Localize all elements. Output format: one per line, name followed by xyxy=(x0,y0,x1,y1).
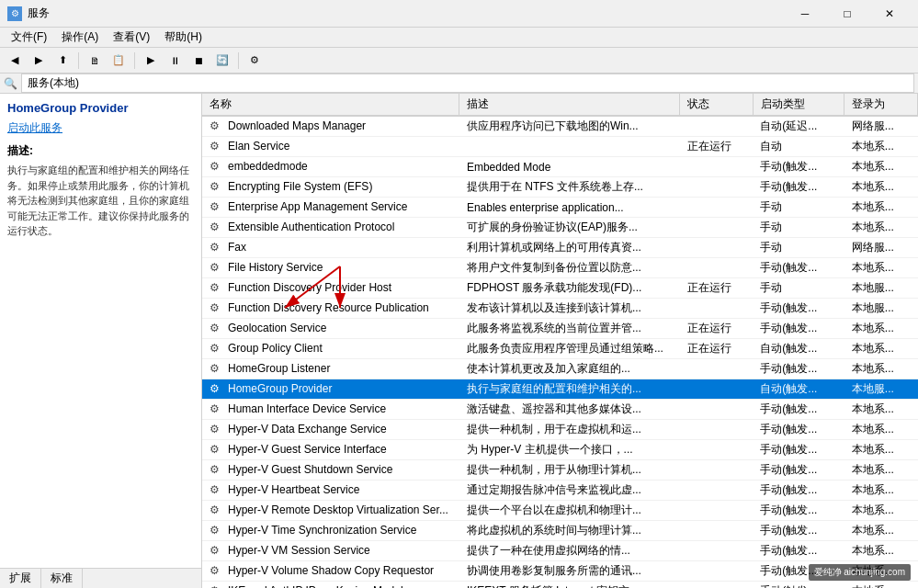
toolbar-refresh[interactable]: 🔄 xyxy=(211,51,233,71)
service-icon: ⚙ xyxy=(210,241,224,255)
table-row[interactable]: ⚙Function Discovery Provider HostFDPHOST… xyxy=(202,278,918,299)
tab-standard[interactable]: 标准 xyxy=(41,569,83,588)
panel-tabs: 扩展 标准 xyxy=(0,568,202,588)
col-status[interactable]: 状态 xyxy=(680,94,754,116)
table-row[interactable]: ⚙Hyper-V Remote Desktop Virtualization S… xyxy=(202,501,918,521)
table-row[interactable]: ⚙HomeGroup Provider执行与家庭组的配置和维护相关的...自动(… xyxy=(202,379,918,400)
service-desc-cell: 此服务将监视系统的当前位置并管... xyxy=(459,319,680,339)
service-startup-cell: 手动(触发... xyxy=(753,481,844,501)
table-row[interactable]: ⚙Function Discovery Resource Publication… xyxy=(202,299,918,319)
toolbar-properties[interactable]: ⚙ xyxy=(244,51,266,71)
table-row[interactable]: ⚙Hyper-V Data Exchange Service提供一种机制，用于在… xyxy=(202,420,918,440)
service-desc-cell: 可扩展的身份验证协议(EAP)服务... xyxy=(459,218,680,238)
service-icon: ⚙ xyxy=(210,342,224,356)
service-name-cell: ⚙Hyper-V Volume Shadow Copy Requestor xyxy=(202,561,459,582)
service-login-cell: 本地系... xyxy=(844,501,918,521)
table-header: 名称 描述 状态 启动类型 登录为 xyxy=(202,94,918,116)
close-button[interactable]: ✕ xyxy=(868,0,911,28)
service-desc-cell: Enables enterprise application... xyxy=(459,198,680,218)
toolbar-back[interactable]: ◀ xyxy=(4,51,26,71)
menu-action[interactable]: 操作(A) xyxy=(54,28,106,47)
table-row[interactable]: ⚙Hyper-V Heartbeat Service通过定期报告脉冲信号来监视此… xyxy=(202,481,918,501)
service-name-cell: ⚙Hyper-V Remote Desktop Virtualization S… xyxy=(202,501,459,521)
service-login-cell: 本地系... xyxy=(844,339,918,359)
table-row[interactable]: ⚙embeddedmodeEmbedded Mode手动(触发...本地系... xyxy=(202,157,918,177)
service-login-cell: 网络服... xyxy=(844,116,918,137)
service-status-cell xyxy=(680,561,754,582)
service-startup-cell: 手动(触发... xyxy=(753,460,844,481)
toolbar-stop[interactable]: ⏹ xyxy=(187,51,210,71)
table-row[interactable]: ⚙Hyper-V Guest Service Interface为 Hyper-… xyxy=(202,440,918,460)
menu-view[interactable]: 查看(V) xyxy=(106,28,157,47)
service-name-cell: ⚙HomeGroup Listener xyxy=(202,359,459,379)
table-row[interactable]: ⚙HomeGroup Listener使本计算机更改及加入家庭组的...手动(触… xyxy=(202,359,918,379)
table-row[interactable]: ⚙Downloaded Maps Manager供应用程序访问已下载地图的Win… xyxy=(202,116,918,137)
menu-help[interactable]: 帮助(H) xyxy=(157,28,210,47)
service-icon: ⚙ xyxy=(210,483,224,498)
service-startup-cell: 手动(触发... xyxy=(753,299,844,319)
service-startup-cell: 手动 xyxy=(753,238,844,258)
service-name-cell: ⚙Hyper-V Time Synchronization Service xyxy=(202,521,459,541)
table-row[interactable]: ⚙File History Service将用户文件复制到备份位置以防意...手… xyxy=(202,258,918,278)
service-startup-cell: 手动(触发... xyxy=(753,541,844,561)
toolbar-show-hide[interactable]: 🗎 xyxy=(84,51,106,71)
service-status-cell xyxy=(680,177,754,198)
minimize-button[interactable]: ─ xyxy=(784,0,826,28)
service-desc-cell: 激活键盘、遥控器和其他多媒体设... xyxy=(459,400,680,420)
service-icon: ⚙ xyxy=(210,463,224,478)
service-startup-cell: 手动 xyxy=(753,198,844,218)
service-status-cell: 正在运行 xyxy=(680,339,754,359)
service-icon: ⚙ xyxy=(210,443,224,458)
description-label: 描述: xyxy=(7,143,194,159)
col-startup[interactable]: 启动类型 xyxy=(753,94,844,116)
menu-bar: 文件(F) 操作(A) 查看(V) 帮助(H) xyxy=(0,28,918,48)
toolbar-separator-2 xyxy=(134,52,135,69)
table-row[interactable]: ⚙Human Interface Device Service激活键盘、遥控器和… xyxy=(202,400,918,420)
col-login[interactable]: 登录为 xyxy=(844,94,918,116)
service-login-cell: 本地服... xyxy=(844,379,918,400)
maximize-button[interactable]: □ xyxy=(826,0,868,28)
tab-expand[interactable]: 扩展 xyxy=(0,569,41,588)
service-desc-cell: 协调使用卷影复制服务所需的通讯... xyxy=(459,561,680,582)
toolbar-forward[interactable]: ▶ xyxy=(28,51,50,71)
service-icon: ⚙ xyxy=(210,119,224,134)
toolbar-up[interactable]: ⬆ xyxy=(51,51,74,71)
col-description[interactable]: 描述 xyxy=(459,94,680,116)
service-desc-cell: IKEEXT 服务托管 Internet 密钥交... xyxy=(459,582,680,589)
services-table-container[interactable]: 名称 描述 状态 启动类型 登录为 ⚙Downloaded Maps Manag… xyxy=(202,94,918,588)
service-status-cell xyxy=(680,541,754,561)
service-desc-cell: 提供一种机制，用于在虚拟机和运... xyxy=(459,420,680,440)
service-name-cell: ⚙Enterprise App Management Service xyxy=(202,198,459,218)
service-startup-cell: 手动(触发... xyxy=(753,582,844,589)
table-row[interactable]: ⚙IKE and AuthIP IPsec Keying ModulesIKEE… xyxy=(202,582,918,589)
toolbar-pause[interactable]: ⏸ xyxy=(164,51,186,71)
service-status-cell xyxy=(680,218,754,238)
toolbar-export[interactable]: 📋 xyxy=(108,51,130,71)
service-startup-cell: 手动 xyxy=(753,218,844,238)
service-icon: ⚙ xyxy=(210,301,224,316)
service-status-cell: 正在运行 xyxy=(680,319,754,339)
table-row[interactable]: ⚙Hyper-V VM Session Service提供了一种在使用虚拟网络的… xyxy=(202,541,918,561)
table-row[interactable]: ⚙Hyper-V Guest Shutdown Service提供一种机制，用于… xyxy=(202,460,918,481)
table-row[interactable]: ⚙Encrypting File System (EFS)提供用于在 NTFS … xyxy=(202,177,918,198)
service-status-cell xyxy=(680,299,754,319)
service-icon: ⚙ xyxy=(210,564,224,579)
table-row[interactable]: ⚙Fax利用计算机或网络上的可用传真资...手动网络服... xyxy=(202,238,918,258)
table-row[interactable]: ⚙Group Policy Client此服务负责应用程序管理员通过组策略...… xyxy=(202,339,918,359)
service-desc-cell: 为 Hyper-V 主机提供一个接口，... xyxy=(459,440,680,460)
table-row[interactable]: ⚙Enterprise App Management ServiceEnable… xyxy=(202,198,918,218)
table-row[interactable]: ⚙Hyper-V Time Synchronization Service将此虚… xyxy=(202,521,918,541)
service-login-cell: 本地系... xyxy=(844,541,918,561)
service-status-cell xyxy=(680,460,754,481)
menu-file[interactable]: 文件(F) xyxy=(4,28,54,47)
service-icon: ⚙ xyxy=(210,382,224,397)
table-row[interactable]: ⚙Geolocation Service此服务将监视系统的当前位置并管...正在… xyxy=(202,319,918,339)
service-startup-cell: 手动(触发... xyxy=(753,359,844,379)
col-name[interactable]: 名称 xyxy=(202,94,459,116)
toolbar-play[interactable]: ▶ xyxy=(140,51,162,71)
start-service-link[interactable]: 启动此服务 xyxy=(7,120,194,136)
service-icon: ⚙ xyxy=(210,261,224,276)
table-row[interactable]: ⚙Extensible Authentication Protocol可扩展的身… xyxy=(202,218,918,238)
table-row[interactable]: ⚙Elan Service正在运行自动本地系... xyxy=(202,137,918,157)
service-desc-cell: 将用户文件复制到备份位置以防意... xyxy=(459,258,680,278)
